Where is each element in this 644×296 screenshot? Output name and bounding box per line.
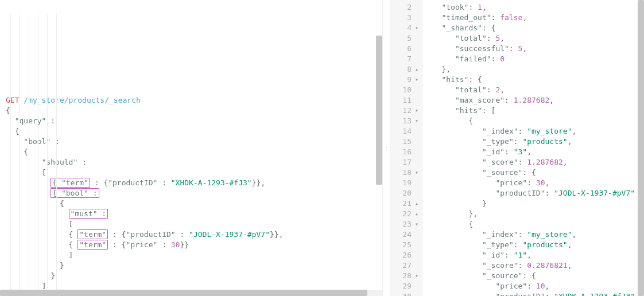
json-string: "products" bbox=[522, 137, 567, 146]
fold-open-icon[interactable]: ▾ bbox=[414, 116, 418, 126]
json-punct: , bbox=[563, 158, 568, 166]
json-punct: : bbox=[518, 158, 527, 166]
code-line[interactable]: "price": 30, bbox=[428, 178, 642, 188]
code-line[interactable]: "successful": 5, bbox=[428, 44, 642, 54]
code-line[interactable]: "bool" : bbox=[6, 137, 380, 147]
json-punct: , bbox=[572, 127, 576, 135]
request-code-area[interactable]: GET /my_store/products/_search{ "query" … bbox=[0, 0, 382, 296]
code-line[interactable]: { "term" : {"productID" : "XHDK-A-1293-#… bbox=[6, 178, 380, 188]
code-line[interactable]: [ bbox=[6, 168, 380, 178]
code-line[interactable]: { "bool" : bbox=[6, 188, 380, 198]
fold-open-icon[interactable]: ▾ bbox=[414, 168, 418, 178]
code-line[interactable]: "price": 10, bbox=[428, 281, 642, 291]
code-line[interactable]: { bbox=[428, 219, 642, 229]
code-line[interactable]: "_type": "products", bbox=[428, 137, 642, 147]
code-line[interactable]: } bbox=[6, 260, 380, 271]
json-key: "_index" bbox=[482, 230, 518, 239]
fold-open-icon[interactable]: ▾ bbox=[414, 75, 418, 85]
json-punct: ] bbox=[42, 282, 46, 290]
code-line[interactable]: { bbox=[6, 126, 380, 137]
scrollbar-thumb[interactable] bbox=[376, 36, 382, 185]
response-viewer-pane[interactable]: 234▾5678▴9▾101112▾13▾1415161718▾192021▴2… bbox=[390, 0, 644, 296]
response-code-area[interactable]: "took": 1, "timed_out": false, "_shards"… bbox=[422, 0, 644, 296]
code-line[interactable]: { bbox=[428, 116, 642, 126]
request-vertical-scrollbar[interactable] bbox=[376, 0, 382, 296]
request-horizontal-scrollbar[interactable] bbox=[0, 290, 382, 296]
fold-open-icon[interactable]: ▾ bbox=[414, 106, 418, 116]
code-line[interactable]: } bbox=[6, 271, 380, 281]
code-line[interactable]: "_id": "3", bbox=[428, 147, 642, 157]
code-line[interactable]: "max_score": 1.287682, bbox=[428, 95, 642, 106]
code-line[interactable]: "_score": 1.287682, bbox=[428, 157, 642, 168]
fold-open-icon[interactable]: ▾ bbox=[414, 219, 418, 229]
code-line[interactable]: { bbox=[6, 198, 380, 209]
json-number: 1 bbox=[478, 3, 482, 11]
line-number: 26 bbox=[393, 250, 418, 260]
code-line[interactable]: "hits": { bbox=[428, 75, 642, 85]
json-punct: , bbox=[500, 34, 505, 42]
code-line[interactable]: { "term" : {"productID" : "JODL-X-1937-#… bbox=[6, 229, 380, 240]
code-line[interactable]: "failed": 0 bbox=[428, 54, 642, 64]
code-line[interactable]: { "term" : {"price" : 30}} bbox=[6, 240, 380, 250]
code-line[interactable]: "must" : bbox=[6, 209, 380, 219]
fold-open-icon[interactable]: ▾ bbox=[414, 23, 418, 33]
json-punct: : bbox=[518, 127, 527, 135]
json-punct: { bbox=[468, 220, 473, 228]
code-line[interactable]: "should" : bbox=[6, 157, 380, 168]
json-punct: , bbox=[527, 251, 532, 259]
code-line[interactable]: "_id": "1", bbox=[428, 250, 642, 260]
code-line[interactable]: { bbox=[6, 147, 380, 157]
json-punct: { bbox=[15, 127, 20, 135]
scrollbar-thumb[interactable] bbox=[0, 290, 367, 296]
code-line[interactable]: "_source": { bbox=[428, 271, 642, 281]
request-editor-pane[interactable]: GET /my_store/products/_search{ "query" … bbox=[0, 0, 382, 296]
line-number: 16 bbox=[393, 147, 418, 157]
code-line[interactable]: "took": 1, bbox=[428, 2, 642, 13]
pane-splitter[interactable]: ⋮ bbox=[382, 0, 390, 296]
code-line[interactable]: [ bbox=[6, 219, 380, 229]
code-line[interactable]: GET /my_store/products/_search bbox=[6, 95, 380, 106]
fold-close-icon[interactable]: ▴ bbox=[414, 64, 418, 75]
json-punct: : { bbox=[482, 24, 495, 32]
code-line[interactable]: }, bbox=[428, 64, 642, 75]
code-line[interactable]: "_shards": { bbox=[428, 23, 642, 33]
code-line[interactable]: "_type": "products", bbox=[428, 240, 642, 250]
code-line[interactable]: "timed_out": false, bbox=[428, 13, 642, 23]
code-line[interactable]: "total": 5, bbox=[428, 33, 642, 44]
code-line[interactable]: ] bbox=[6, 250, 380, 260]
code-line[interactable]: "hits": [ bbox=[428, 106, 642, 116]
json-key: "productID" bbox=[108, 178, 157, 187]
code-line[interactable]: "_score": 0.2876821, bbox=[428, 260, 642, 271]
line-number: 10 bbox=[393, 85, 418, 95]
json-punct: : bbox=[514, 240, 523, 249]
code-line[interactable]: "_source": { bbox=[428, 168, 642, 178]
code-line[interactable]: "_index": "my_store", bbox=[428, 126, 642, 137]
line-number: 21▴ bbox=[393, 198, 418, 209]
response-vertical-scrollbar[interactable] bbox=[638, 0, 644, 296]
code-line[interactable]: "productID": "XHDK-A-1293-#fJ3" bbox=[428, 291, 642, 296]
json-punct: , bbox=[572, 230, 576, 239]
json-string: "XHDK-A-1293-#fJ3" bbox=[171, 178, 252, 187]
json-punct: }, bbox=[468, 209, 478, 218]
fold-close-icon[interactable]: ▴ bbox=[414, 209, 418, 219]
json-punct: : { bbox=[108, 230, 126, 239]
scrollbar-thumb[interactable] bbox=[638, 0, 644, 296]
json-key: "productID" bbox=[495, 292, 545, 296]
code-line[interactable]: "total": 2, bbox=[428, 85, 642, 95]
json-punct: , bbox=[522, 13, 527, 22]
json-string: "3" bbox=[514, 147, 527, 156]
code-line[interactable]: "productID": "JODL-X-1937-#pV7" bbox=[428, 188, 642, 198]
code-line[interactable]: "query" : bbox=[6, 116, 380, 126]
code-line[interactable]: } bbox=[428, 198, 642, 209]
json-punct: : bbox=[518, 261, 527, 270]
json-punct: : bbox=[505, 251, 514, 259]
json-punct: : bbox=[157, 178, 170, 187]
fold-close-icon[interactable]: ▴ bbox=[414, 198, 418, 209]
code-line[interactable]: "_index": "my_store", bbox=[428, 229, 642, 240]
json-punct: : bbox=[157, 240, 170, 249]
json-punct: { bbox=[6, 106, 10, 115]
code-line[interactable]: { bbox=[6, 106, 380, 116]
fold-open-icon[interactable]: ▾ bbox=[414, 271, 418, 281]
json-number: 0 bbox=[500, 54, 505, 63]
code-line[interactable]: }, bbox=[428, 209, 642, 219]
